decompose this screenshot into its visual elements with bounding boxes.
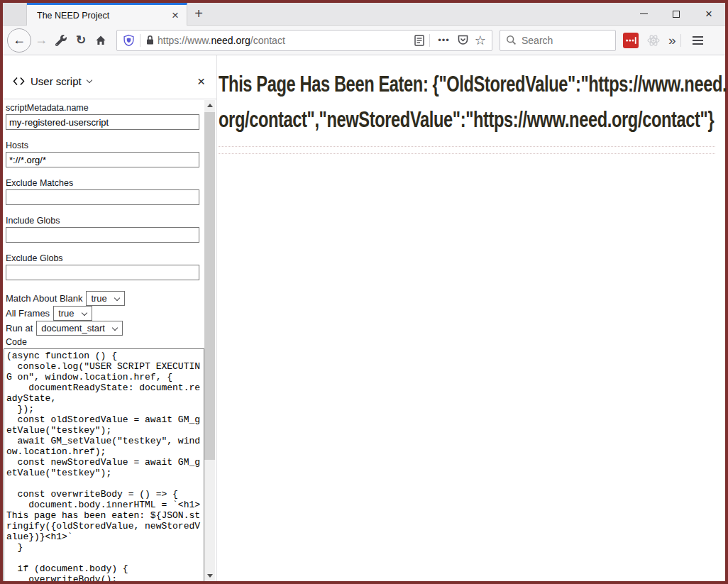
wrench-icon[interactable] [51, 28, 71, 53]
window-controls: × [627, 3, 725, 25]
all-frames-select[interactable]: true [53, 306, 92, 321]
search-input[interactable] [522, 35, 600, 46]
pocket-icon[interactable] [457, 34, 469, 46]
minimize-button[interactable] [627, 3, 660, 25]
code-icon [13, 77, 25, 86]
url-scheme: https://www. [158, 35, 211, 46]
select-label: Match About Blank [6, 293, 82, 304]
select-label: All Frames [6, 308, 50, 319]
urlbar-separator [140, 34, 140, 47]
window-close-button[interactable]: × [693, 3, 725, 25]
field-label: Exclude Matches [6, 178, 202, 188]
scroll-down-arrow-icon[interactable] [204, 571, 215, 581]
exclude-matches-input[interactable] [6, 189, 199, 205]
scrollbar-thumb[interactable] [204, 112, 215, 460]
search-bar[interactable] [500, 30, 616, 51]
search-icon [506, 35, 517, 45]
url-domain: need.org [211, 35, 250, 46]
toolbar-separator [680, 34, 681, 47]
window-close-icon: × [705, 8, 712, 20]
select-label: Run at [6, 323, 33, 334]
page-content: This Page Has Been Eaten: {"OldStoredVal… [217, 55, 725, 581]
minimize-icon [640, 13, 648, 15]
code-textarea[interactable]: (async function () { console.log("USER S… [4, 348, 204, 581]
new-tab-button[interactable]: + [187, 3, 210, 25]
navigation-toolbar: ← → ↻ https://www.need.org/contact ••• [3, 26, 725, 55]
chevron-down-icon [112, 324, 118, 330]
divider [219, 153, 715, 154]
tabbar-spacer [3, 3, 27, 25]
tab-bar: The NEED Project × + × [3, 3, 725, 26]
hosts-input[interactable] [6, 152, 199, 167]
lock-icon[interactable] [145, 35, 155, 45]
code-label: Code [6, 337, 202, 347]
userscript-sidebar: User script × scriptMetadata.name Hosts … [3, 55, 217, 581]
disabled-extension-atom-icon [646, 33, 661, 48]
lastpass-extension-icon[interactable] [623, 33, 639, 48]
url-bar[interactable]: https://www.need.org/contact ••• ☆ [116, 30, 492, 51]
sidebar-title: User script [31, 75, 82, 87]
field-label: Include Globs [6, 216, 202, 226]
field-label: Exclude Globs [6, 253, 202, 263]
url-path: /contact [250, 35, 285, 46]
chevron-down-icon [114, 294, 120, 300]
maximize-icon [673, 11, 680, 18]
sidebar-header: User script × [3, 55, 216, 99]
page-heading: This Page Has Been Eaten: {"OldStoredVal… [219, 67, 727, 138]
script-name-input[interactable] [6, 114, 199, 130]
url-text: https://www.need.org/contact [158, 35, 285, 46]
field-label: scriptMetadata.name [6, 103, 202, 113]
urlbar-separator [429, 34, 430, 47]
tracking-protection-shield-icon[interactable] [123, 34, 135, 47]
overflow-menu-icon[interactable]: » [668, 33, 676, 48]
select-value: true [58, 308, 74, 319]
match-about-blank-select[interactable]: true [86, 291, 124, 306]
include-globs-input[interactable] [6, 227, 199, 243]
back-button[interactable]: ← [7, 28, 31, 53]
field-label: Hosts [6, 141, 202, 150]
chevron-down-icon[interactable] [86, 77, 92, 83]
scroll-up-arrow-icon[interactable] [204, 100, 215, 111]
reload-button[interactable]: ↻ [71, 28, 91, 53]
sidebar-form: scriptMetadata.name Hosts Exclude Matche… [3, 99, 216, 581]
select-value: true [91, 293, 106, 304]
browser-tab[interactable]: The NEED Project × [27, 3, 187, 26]
forward-button: → [31, 33, 51, 48]
browser-window: The NEED Project × + × ← → ↻ https [0, 0, 728, 584]
home-button[interactable] [91, 28, 111, 53]
bookmark-star-icon[interactable]: ☆ [475, 33, 486, 48]
run-at-select[interactable]: document_start [36, 321, 123, 336]
menu-hamburger-icon[interactable] [693, 36, 703, 45]
divider [219, 146, 715, 147]
tab-title: The NEED Project [37, 11, 170, 21]
exclude-globs-input[interactable] [6, 265, 199, 280]
page-actions-icon[interactable]: ••• [438, 35, 450, 45]
tab-close-icon[interactable]: × [170, 9, 181, 21]
select-value: document_start [41, 323, 105, 334]
sidebar-scrollbar[interactable] [204, 100, 215, 581]
chevron-down-icon [81, 309, 87, 315]
sidebar-close-icon[interactable]: × [194, 75, 208, 88]
maximize-button[interactable] [660, 3, 693, 25]
reader-mode-icon[interactable] [414, 35, 424, 46]
